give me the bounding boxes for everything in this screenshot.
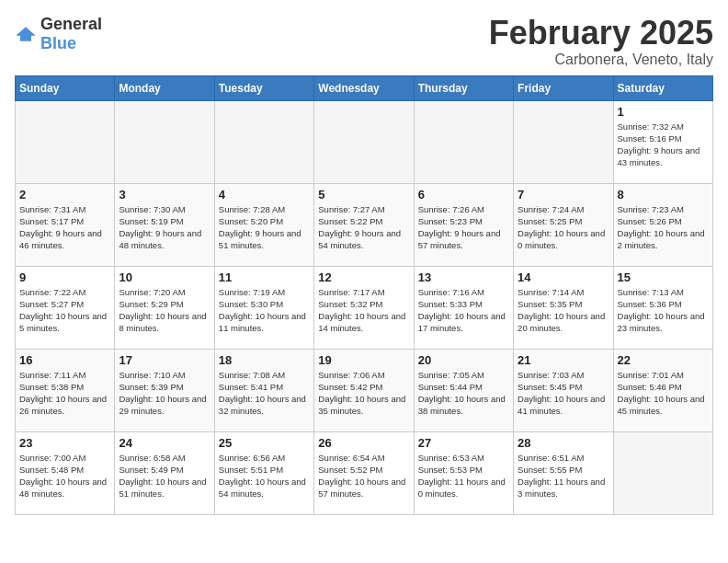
day-info: Sunrise: 7:32 AM Sunset: 5:16 PM Dayligh… <box>618 121 709 169</box>
day-number: 3 <box>119 188 210 201</box>
day-number: 23 <box>19 436 110 450</box>
calendar-cell: 27Sunrise: 6:53 AM Sunset: 5:53 PM Dayli… <box>414 431 513 514</box>
week-row-3: 9Sunrise: 7:22 AM Sunset: 5:27 PM Daylig… <box>16 266 713 349</box>
calendar-cell: 23Sunrise: 7:00 AM Sunset: 5:48 PM Dayli… <box>16 431 115 514</box>
calendar-cell: 26Sunrise: 6:54 AM Sunset: 5:52 PM Dayli… <box>314 431 414 514</box>
day-info: Sunrise: 7:30 AM Sunset: 5:19 PM Dayligh… <box>119 203 210 252</box>
calendar-cell: 16Sunrise: 7:11 AM Sunset: 5:38 PM Dayli… <box>16 349 115 431</box>
day-number: 11 <box>219 270 310 284</box>
day-info: Sunrise: 7:16 AM Sunset: 5:33 PM Dayligh… <box>418 286 509 335</box>
day-number: 19 <box>318 353 409 367</box>
calendar-cell: 14Sunrise: 7:14 AM Sunset: 5:35 PM Dayli… <box>514 266 613 349</box>
calendar-cell: 28Sunrise: 6:51 AM Sunset: 5:55 PM Dayli… <box>514 431 613 514</box>
calendar-cell: 5Sunrise: 7:27 AM Sunset: 5:22 PM Daylig… <box>314 183 414 266</box>
week-row-2: 2Sunrise: 7:31 AM Sunset: 5:17 PM Daylig… <box>16 183 713 266</box>
day-info: Sunrise: 7:19 AM Sunset: 5:30 PM Dayligh… <box>219 286 310 335</box>
logo-general: General <box>40 15 102 33</box>
logo-icon <box>15 23 37 45</box>
weekday-header-friday: Friday <box>514 75 613 100</box>
weekday-header-saturday: Saturday <box>613 75 712 100</box>
calendar-cell: 12Sunrise: 7:17 AM Sunset: 5:32 PM Dayli… <box>314 266 414 349</box>
calendar-cell: 3Sunrise: 7:30 AM Sunset: 5:19 PM Daylig… <box>115 183 214 266</box>
calendar-cell <box>16 100 115 183</box>
location: Carbonera, Veneto, Italy <box>489 52 713 68</box>
day-number: 27 <box>418 436 509 450</box>
day-number: 15 <box>618 270 709 284</box>
day-info: Sunrise: 7:06 AM Sunset: 5:42 PM Dayligh… <box>318 369 409 418</box>
day-number: 10 <box>119 270 210 284</box>
day-info: Sunrise: 6:51 AM Sunset: 5:55 PM Dayligh… <box>518 452 609 500</box>
day-info: Sunrise: 7:03 AM Sunset: 5:45 PM Dayligh… <box>518 369 609 418</box>
calendar-cell: 22Sunrise: 7:01 AM Sunset: 5:46 PM Dayli… <box>613 349 712 431</box>
day-info: Sunrise: 7:28 AM Sunset: 5:20 PM Dayligh… <box>219 203 310 252</box>
day-number: 24 <box>119 436 210 450</box>
day-number: 2 <box>19 188 110 201</box>
day-info: Sunrise: 7:10 AM Sunset: 5:39 PM Dayligh… <box>119 369 210 418</box>
day-number: 21 <box>518 353 609 367</box>
calendar-cell <box>613 431 712 514</box>
calendar-cell: 10Sunrise: 7:20 AM Sunset: 5:29 PM Dayli… <box>115 266 214 349</box>
day-number: 6 <box>418 188 509 201</box>
calendar-cell <box>514 100 613 183</box>
day-info: Sunrise: 7:31 AM Sunset: 5:17 PM Dayligh… <box>19 203 110 252</box>
calendar-cell: 17Sunrise: 7:10 AM Sunset: 5:39 PM Dayli… <box>115 349 214 431</box>
calendar-cell: 15Sunrise: 7:13 AM Sunset: 5:36 PM Dayli… <box>613 266 712 349</box>
logo-text: General Blue <box>40 15 102 53</box>
calendar-cell <box>115 100 214 183</box>
day-number: 18 <box>219 353 310 367</box>
month-year: February 2025 <box>489 15 713 52</box>
day-number: 16 <box>19 353 110 367</box>
day-number: 25 <box>219 436 310 450</box>
day-number: 14 <box>518 270 609 284</box>
calendar-cell <box>414 100 513 183</box>
day-number: 4 <box>219 188 310 201</box>
calendar-cell <box>214 100 313 183</box>
day-info: Sunrise: 7:11 AM Sunset: 5:38 PM Dayligh… <box>19 369 110 418</box>
weekday-header-thursday: Thursday <box>414 75 513 100</box>
title-area: February 2025 Carbonera, Veneto, Italy <box>489 15 713 68</box>
day-info: Sunrise: 7:05 AM Sunset: 5:44 PM Dayligh… <box>418 369 509 418</box>
day-info: Sunrise: 6:58 AM Sunset: 5:49 PM Dayligh… <box>119 452 210 500</box>
day-number: 26 <box>318 436 409 450</box>
calendar-cell: 6Sunrise: 7:26 AM Sunset: 5:23 PM Daylig… <box>414 183 513 266</box>
calendar-cell: 4Sunrise: 7:28 AM Sunset: 5:20 PM Daylig… <box>214 183 313 266</box>
week-row-1: 1Sunrise: 7:32 AM Sunset: 5:16 PM Daylig… <box>16 100 713 183</box>
day-number: 9 <box>19 270 110 284</box>
calendar-cell: 20Sunrise: 7:05 AM Sunset: 5:44 PM Dayli… <box>414 349 513 431</box>
calendar-cell: 7Sunrise: 7:24 AM Sunset: 5:25 PM Daylig… <box>514 183 613 266</box>
day-info: Sunrise: 7:01 AM Sunset: 5:46 PM Dayligh… <box>618 369 709 418</box>
day-number: 20 <box>418 353 509 367</box>
calendar-table: SundayMondayTuesdayWednesdayThursdayFrid… <box>15 75 713 515</box>
day-info: Sunrise: 7:20 AM Sunset: 5:29 PM Dayligh… <box>119 286 210 335</box>
calendar-cell: 2Sunrise: 7:31 AM Sunset: 5:17 PM Daylig… <box>16 183 115 266</box>
day-info: Sunrise: 7:22 AM Sunset: 5:27 PM Dayligh… <box>19 286 110 335</box>
week-row-5: 23Sunrise: 7:00 AM Sunset: 5:48 PM Dayli… <box>16 431 713 514</box>
calendar-cell: 25Sunrise: 6:56 AM Sunset: 5:51 PM Dayli… <box>214 431 313 514</box>
logo: General Blue <box>15 15 102 53</box>
calendar-cell: 18Sunrise: 7:08 AM Sunset: 5:41 PM Dayli… <box>214 349 313 431</box>
day-info: Sunrise: 7:14 AM Sunset: 5:35 PM Dayligh… <box>518 286 609 335</box>
calendar-cell: 1Sunrise: 7:32 AM Sunset: 5:16 PM Daylig… <box>613 100 712 183</box>
day-info: Sunrise: 7:24 AM Sunset: 5:25 PM Dayligh… <box>518 203 609 252</box>
day-number: 13 <box>418 270 509 284</box>
week-row-4: 16Sunrise: 7:11 AM Sunset: 5:38 PM Dayli… <box>16 349 713 431</box>
logo-blue: Blue <box>40 34 76 52</box>
day-number: 8 <box>618 188 709 201</box>
day-info: Sunrise: 7:00 AM Sunset: 5:48 PM Dayligh… <box>19 452 110 500</box>
weekday-header-tuesday: Tuesday <box>214 75 313 100</box>
weekday-header-monday: Monday <box>115 75 214 100</box>
calendar-cell: 8Sunrise: 7:23 AM Sunset: 5:26 PM Daylig… <box>613 183 712 266</box>
weekday-header-row: SundayMondayTuesdayWednesdayThursdayFrid… <box>16 75 713 100</box>
day-info: Sunrise: 6:56 AM Sunset: 5:51 PM Dayligh… <box>219 452 310 500</box>
day-number: 17 <box>119 353 210 367</box>
day-number: 5 <box>318 188 409 201</box>
day-info: Sunrise: 7:13 AM Sunset: 5:36 PM Dayligh… <box>618 286 709 335</box>
calendar-cell: 21Sunrise: 7:03 AM Sunset: 5:45 PM Dayli… <box>514 349 613 431</box>
day-info: Sunrise: 7:23 AM Sunset: 5:26 PM Dayligh… <box>618 203 709 252</box>
calendar-cell: 9Sunrise: 7:22 AM Sunset: 5:27 PM Daylig… <box>16 266 115 349</box>
header: General Blue February 2025 Carbonera, Ve… <box>15 15 713 68</box>
day-number: 12 <box>318 270 409 284</box>
day-number: 22 <box>618 353 709 367</box>
day-info: Sunrise: 7:27 AM Sunset: 5:22 PM Dayligh… <box>318 203 409 252</box>
day-number: 1 <box>618 105 709 119</box>
